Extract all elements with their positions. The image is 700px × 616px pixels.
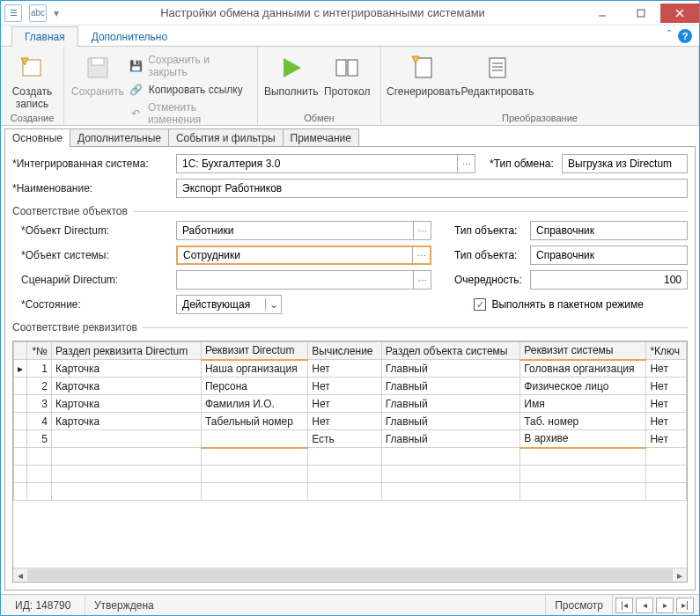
label-state: *Состояние:: [12, 298, 171, 311]
exchange-type-input[interactable]: Выгрузка из Directum: [562, 154, 688, 173]
batch-mode-checkbox[interactable]: ✓ Выполнять в пакетном режиме: [474, 298, 644, 311]
save-close-icon: 💾: [129, 59, 144, 73]
svg-rect-13: [490, 58, 505, 77]
col-sys-section[interactable]: Раздел объекта системы: [381, 342, 520, 360]
table-row[interactable]: 2КарточкаПерсонаНетГлавныйФизическое лиц…: [14, 378, 687, 395]
group-label-exchange: Обмен: [258, 113, 380, 125]
titlebar: ☰ abc ▾ Настройки обмена данными с интег…: [1, 1, 699, 26]
label-obj-type-1: Тип объекта:: [437, 224, 525, 237]
obj-system-input[interactable]: Сотрудники ⋯: [176, 246, 431, 265]
svg-rect-1: [637, 10, 645, 17]
label-obj-directum: *Объект Directum:: [12, 224, 171, 237]
status-bar: ИД: 148790 Утверждена Просмотр |◂ ◂ ▸ ▸|: [1, 594, 699, 615]
col-req[interactable]: Реквизит Directum: [201, 342, 307, 360]
minimize-button[interactable]: [583, 4, 622, 23]
col-key[interactable]: *Ключ: [646, 342, 687, 360]
label-obj-type-2: Тип объекта:: [437, 249, 525, 261]
label-exchange-type: *Тип обмена:: [481, 158, 556, 170]
scroll-right-icon[interactable]: ▸: [673, 568, 687, 582]
play-icon: [277, 54, 306, 82]
nav-next-button[interactable]: ▸: [656, 598, 674, 613]
qat-icon[interactable]: abc: [29, 4, 47, 22]
ellipsis-icon[interactable]: ⋯: [457, 155, 475, 172]
obj-type-1-input[interactable]: Справочник: [530, 221, 688, 240]
nav-first-button[interactable]: |◂: [615, 598, 633, 613]
ribbon-tab-extra[interactable]: Дополнительно: [78, 26, 181, 47]
new-record-icon: [18, 54, 47, 82]
label-scenario: Сценарий Directum:: [12, 274, 171, 286]
edit-button[interactable]: Редактировать: [461, 48, 534, 98]
save-button[interactable]: Сохранить: [70, 48, 126, 98]
scroll-thumb[interactable]: [27, 569, 673, 581]
undo-button[interactable]: ↶ Отменить изменения: [126, 99, 252, 128]
status-id: ИД: 148790: [6, 595, 85, 615]
obj-directum-input[interactable]: Работники ⋯: [176, 221, 431, 240]
horizontal-scrollbar[interactable]: ◂ ▸: [13, 568, 687, 582]
label-obj-system: *Объект системы:: [12, 249, 171, 261]
table-row[interactable]: [14, 483, 687, 501]
table-row[interactable]: [14, 466, 687, 483]
group-label-create: Создание: [1, 113, 63, 125]
col-sys-req[interactable]: Реквизит системы: [520, 342, 646, 360]
svg-rect-9: [336, 60, 346, 76]
save-close-button[interactable]: 💾 Сохранить и закрыть: [126, 52, 252, 80]
status-state: Утверждена: [85, 595, 546, 615]
table-row[interactable]: 4КарточкаТабельный номерНетГлавныйТаб. н…: [14, 413, 687, 430]
qat-dropdown-icon[interactable]: ▾: [50, 4, 63, 22]
tab-main[interactable]: Основные: [4, 128, 70, 147]
scroll-left-icon[interactable]: ◂: [13, 568, 27, 582]
chevron-down-icon: ⌄: [265, 298, 281, 311]
label-integrated-system: *Интегрированная система:: [12, 158, 171, 170]
copy-link-icon: 🔗: [129, 83, 144, 97]
table-row[interactable]: 5ЕстьГлавныйВ архивеНет: [14, 430, 687, 448]
label-order: Очередность:: [437, 274, 525, 286]
nav-last-button[interactable]: ▸|: [676, 598, 694, 613]
integrated-system-input[interactable]: 1С: Бухгалтерия 3.0 ⋯: [176, 154, 475, 173]
save-icon: [84, 54, 112, 82]
fieldset-req-mapping: Соответствие реквизитов: [12, 321, 688, 334]
close-button[interactable]: [660, 4, 699, 23]
copy-link-button[interactable]: 🔗 Копировать ссылку: [126, 81, 252, 99]
checkmark-icon: ✓: [474, 298, 486, 311]
tab-events[interactable]: События и фильтры: [168, 128, 284, 147]
col-num[interactable]: *№: [27, 342, 52, 360]
col-calc[interactable]: Вычисление: [308, 342, 382, 360]
nav-prev-button[interactable]: ◂: [636, 598, 653, 613]
status-view: Просмотр: [546, 595, 613, 615]
group-label-transform: Преобразование: [381, 113, 698, 125]
generate-icon: [409, 54, 438, 82]
tab-note[interactable]: Примечание: [283, 128, 359, 147]
maximize-button[interactable]: [622, 4, 660, 23]
content-panel: *Интегрированная система: 1С: Бухгалтери…: [4, 146, 696, 590]
collapse-ribbon-icon[interactable]: ˆ: [667, 29, 671, 43]
table-row[interactable]: [14, 448, 687, 466]
table-row[interactable]: ▸1КарточкаНаша организацияНетГлавныйГоло…: [14, 360, 687, 378]
ribbon-tab-main[interactable]: Главная: [11, 26, 78, 47]
scenario-input[interactable]: ⋯: [176, 270, 431, 290]
col-section[interactable]: Раздел реквизита Directum: [52, 342, 202, 360]
ellipsis-icon[interactable]: ⋯: [413, 222, 431, 239]
app-icon: ☰: [4, 4, 22, 22]
ellipsis-icon[interactable]: ⋯: [412, 247, 430, 263]
edit-icon: [483, 54, 512, 82]
window-title: Настройки обмена данными с интегрированн…: [63, 6, 583, 19]
requisite-grid[interactable]: *№ Раздел реквизита Directum Реквизит Di…: [12, 341, 688, 583]
name-input[interactable]: Экспорт Работников: [176, 179, 688, 198]
order-input[interactable]: 100: [530, 270, 688, 290]
label-name: *Наименование:: [12, 182, 171, 194]
ribbon-tabs: Главная Дополнительно ˆ ?: [1, 26, 699, 47]
ellipsis-icon[interactable]: ⋯: [413, 271, 431, 289]
run-button[interactable]: Выполнить: [263, 48, 320, 98]
content-tabs: Основные Дополнительные События и фильтр…: [4, 128, 696, 147]
state-select[interactable]: Действующая ⌄: [176, 295, 282, 314]
generate-button[interactable]: Сгенерировать: [387, 48, 461, 98]
create-record-button[interactable]: Создать запись: [6, 48, 58, 110]
svg-rect-7: [92, 58, 104, 65]
app-window: ☰ abc ▾ Настройки обмена данными с интег…: [0, 0, 700, 616]
tab-extra[interactable]: Дополнительные: [70, 128, 169, 147]
protocol-button[interactable]: Протокол: [320, 48, 376, 98]
obj-type-2-input[interactable]: Справочник: [530, 246, 688, 265]
svg-rect-10: [348, 60, 357, 76]
table-row[interactable]: 3КарточкаФамилия И.О.НетГлавныйИмяНет: [14, 395, 687, 413]
help-icon[interactable]: ?: [678, 29, 692, 43]
